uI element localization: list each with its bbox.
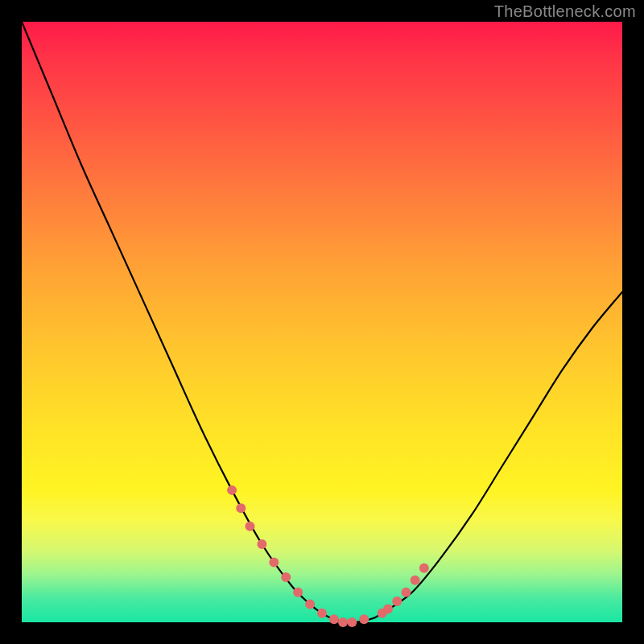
highlight-dot	[383, 605, 393, 614]
highlight-dots	[227, 485, 429, 627]
highlight-dot	[392, 597, 402, 606]
highlight-dot	[281, 572, 291, 582]
bottleneck-curve	[22, 22, 622, 622]
highlight-dot	[347, 617, 357, 627]
highlight-dot	[269, 557, 279, 567]
chart-svg	[22, 22, 622, 622]
highlight-dot	[401, 588, 411, 597]
plot-area	[22, 22, 622, 622]
highlight-dot	[305, 600, 315, 609]
highlight-dot	[411, 576, 420, 585]
highlight-dot	[245, 522, 254, 531]
highlight-dot	[329, 614, 339, 624]
highlight-dot	[419, 564, 429, 573]
highlight-dot	[293, 588, 303, 597]
highlight-dot	[359, 614, 369, 624]
watermark-text: TheBottleneck.com	[494, 2, 636, 21]
highlight-dot	[236, 503, 246, 513]
highlight-dot	[257, 539, 266, 549]
chart-frame: TheBottleneck.com	[0, 0, 644, 644]
highlight-dot	[227, 485, 237, 495]
highlight-dot	[338, 617, 348, 627]
highlight-dot	[317, 609, 327, 618]
